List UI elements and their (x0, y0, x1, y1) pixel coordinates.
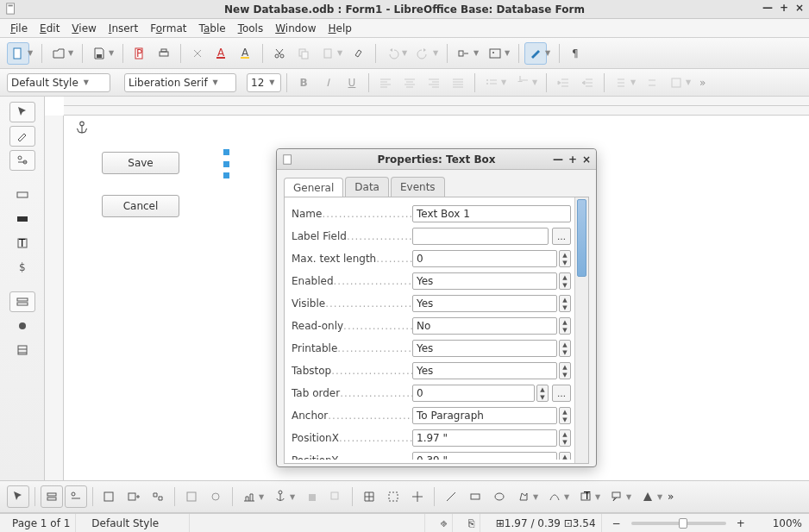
send-back-icon[interactable] (324, 485, 347, 508)
decrease-indent-icon[interactable] (576, 72, 599, 94)
auto-focus-icon[interactable] (204, 485, 227, 508)
copy-icon[interactable] (292, 42, 315, 65)
printable-field[interactable]: Yes (412, 340, 557, 357)
dialog-titlebar[interactable]: Properties: Text Box — + × (277, 149, 596, 170)
bold-icon[interactable]: B (292, 72, 315, 94)
line-spacing-icon[interactable] (610, 72, 632, 94)
more-controls-icon[interactable] (9, 291, 35, 312)
dropdown-icon[interactable]: ▼ (68, 49, 75, 57)
form-properties-icon[interactable] (41, 485, 63, 508)
spin-button[interactable]: ▲▼ (559, 362, 571, 379)
zoom-knob[interactable] (679, 518, 687, 529)
paragraph-style-combo[interactable]: Default Style▼ (7, 73, 110, 92)
status-selection-mode[interactable]: ⎆ (436, 514, 453, 532)
name-field[interactable]: Text Box 1 (412, 205, 571, 222)
tabstop-field[interactable]: Yes (412, 362, 557, 379)
new-icon[interactable] (7, 42, 29, 65)
spin-button[interactable]: ▲▼ (559, 407, 571, 424)
ellipse-tool-icon[interactable] (488, 485, 511, 508)
control-properties-icon[interactable] (65, 485, 87, 508)
spin-button[interactable]: ▲▼ (559, 340, 571, 357)
dialog-maximize-icon[interactable]: + (568, 153, 577, 166)
currency-icon[interactable]: $ (9, 257, 35, 278)
curve-tool-icon[interactable] (543, 485, 566, 508)
menu-table[interactable]: Table (194, 21, 231, 36)
save-icon[interactable] (88, 42, 110, 65)
textbox-tool-icon[interactable]: T (574, 485, 597, 508)
cancel-button[interactable]: Cancel (102, 195, 179, 217)
polygon-tool-icon[interactable] (512, 485, 535, 508)
align-justify-icon[interactable] (447, 72, 469, 94)
menu-format[interactable]: Format (145, 21, 191, 36)
enabled-field[interactable]: Yes (412, 272, 557, 290)
menu-file[interactable]: FFileile (5, 21, 33, 36)
spin-button[interactable]: ▲▼ (559, 452, 571, 460)
design-mode-icon[interactable] (9, 126, 35, 147)
posx-field[interactable]: 1.97 " (412, 429, 557, 447)
menu-insert[interactable]: Insert (103, 21, 143, 36)
guides-icon[interactable] (406, 485, 429, 508)
export-pdf-icon[interactable]: P (129, 42, 151, 65)
spin-button[interactable]: ▲▼ (559, 272, 571, 290)
radio-icon[interactable] (9, 316, 35, 336)
form-design-icon[interactable] (524, 42, 547, 65)
callout-tool-icon[interactable] (605, 485, 628, 508)
position-icon[interactable] (238, 485, 260, 508)
dropdown-icon[interactable]: ▼ (433, 49, 440, 57)
resize-handle[interactable] (223, 172, 229, 178)
spin-button[interactable]: ▲▼ (559, 250, 571, 267)
taborder-field[interactable]: 0 (412, 385, 535, 402)
textbox-icon[interactable] (9, 209, 35, 229)
dropdown-icon[interactable]: ▼ (473, 49, 480, 57)
menu-window[interactable]: Window (270, 21, 321, 36)
spin-button[interactable]: ▲▼ (559, 295, 571, 312)
overflow-icon[interactable]: » (699, 77, 706, 89)
clone-format-icon[interactable] (348, 42, 370, 65)
open-design-icon[interactable] (180, 485, 203, 508)
line-tool-icon[interactable] (440, 485, 462, 508)
align-center-icon[interactable] (398, 72, 421, 94)
label-icon[interactable] (9, 185, 35, 205)
underline-icon[interactable]: U (341, 72, 363, 94)
readonly-field[interactable]: No (412, 317, 557, 335)
status-style[interactable]: Default Style (86, 514, 190, 532)
rect-tool-icon[interactable] (464, 485, 486, 508)
font-name-combo[interactable]: Liberation Serif▼ (124, 73, 236, 92)
posy-field[interactable]: 0.39 " (412, 452, 557, 460)
tab-data[interactable]: Data (345, 177, 389, 197)
maxtext-field[interactable]: 0 (412, 250, 557, 267)
dropdown-icon[interactable]: ▼ (109, 49, 116, 57)
paragraph-spacing-icon[interactable] (641, 72, 663, 94)
resize-handle[interactable] (223, 161, 229, 167)
insert-image-icon[interactable] (484, 42, 506, 65)
dropdown-icon[interactable]: ▼ (402, 49, 409, 57)
add-field-icon[interactable] (122, 485, 145, 508)
dialog-minimize-icon[interactable]: — (553, 153, 563, 166)
number-list-icon[interactable]: 1 (511, 72, 534, 94)
spin-button[interactable]: ▲▼ (559, 429, 571, 447)
spin-button[interactable]: ▲▼ (536, 385, 549, 402)
tab-events[interactable]: Events (391, 177, 445, 197)
menu-view[interactable]: View (66, 21, 101, 36)
scissors-icon[interactable] (268, 42, 291, 65)
tab-order-icon[interactable] (147, 485, 169, 508)
basic-shapes-icon[interactable] (637, 485, 659, 508)
select-tool-icon[interactable] (9, 102, 35, 122)
menu-help[interactable]: Help (323, 21, 357, 36)
zoom-out-icon[interactable]: − (612, 517, 621, 529)
open-icon[interactable] (47, 42, 70, 65)
italic-icon[interactable]: I (317, 72, 339, 94)
cut-icon[interactable] (186, 42, 209, 65)
status-page[interactable]: Page 1 of 1 (7, 514, 76, 532)
menu-edit[interactable]: Edit (34, 21, 65, 36)
dropdown-icon[interactable]: ▼ (505, 49, 511, 57)
highlight-icon[interactable]: A (235, 42, 257, 65)
status-signature[interactable]: ⎘ (463, 514, 480, 532)
dropdown-icon[interactable]: ▼ (337, 49, 344, 57)
dropdown-icon[interactable]: ▼ (28, 49, 34, 57)
undo-icon[interactable] (381, 42, 404, 65)
font-color-icon[interactable]: A (210, 42, 233, 65)
insert-field-icon[interactable] (453, 42, 475, 65)
more-button[interactable]: … (552, 228, 571, 245)
close-icon[interactable]: × (795, 2, 804, 14)
